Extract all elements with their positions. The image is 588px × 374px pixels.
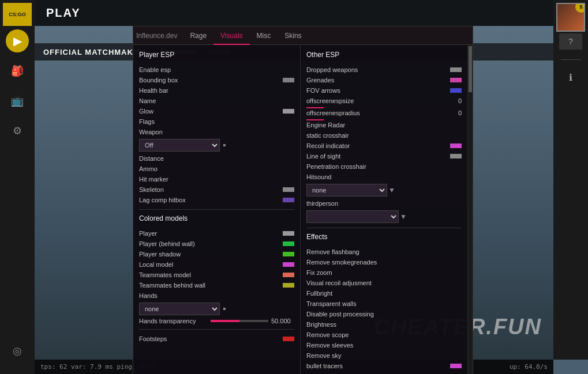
scroll-thumb[interactable] [469, 46, 472, 92]
setting-weapon: Weapon [139, 127, 294, 137]
tab-rage[interactable]: Rage [183, 27, 214, 45]
hands-label: Hands [139, 292, 294, 299]
engine-radar-label: Engine Radar [306, 122, 462, 129]
setting-disable-post-processing: Disable post processing [306, 309, 462, 319]
thirdperson-dropdown-row: ▼ [306, 210, 462, 223]
offscreen-radius-underline [306, 119, 324, 120]
sidebar-play-button[interactable]: ▶ [6, 29, 29, 52]
section-divider-3 [306, 228, 462, 228]
player-behind-wall-color[interactable] [283, 241, 294, 246]
setting-hit-marker: Hit marker [139, 175, 294, 184]
status-right: up: 64.0/s [510, 363, 548, 371]
name-label: Name [139, 97, 294, 104]
brightness-label: Brightness [306, 321, 462, 328]
player-shadow-color[interactable] [283, 252, 294, 256]
skeleton-color[interactable] [283, 187, 294, 192]
question-button[interactable]: ? [559, 33, 582, 50]
teammates-model-color[interactable] [283, 273, 294, 277]
sidebar-settings-icon[interactable]: ⚙ [6, 119, 29, 142]
setting-remove-sky: Remove sky [306, 351, 462, 360]
cheat-site-label: Infleunce.dev [136, 32, 177, 40]
tab-visuals[interactable]: Visuals [214, 27, 249, 45]
sidebar-tv-icon[interactable]: 📺 [6, 89, 29, 112]
cheat-tabs: Infleunce.dev Rage Visuals Misc Skins [133, 27, 473, 45]
fov-arrows-label: FOV arrows [306, 87, 448, 94]
sidebar-inventory-icon[interactable]: 🎒 [6, 59, 29, 82]
offscreen-size-label: offscreenespsize [306, 97, 458, 104]
local-model-color[interactable] [283, 262, 294, 267]
hitsound-dropdown[interactable]: none [306, 184, 387, 197]
dropped-weapons-color[interactable] [450, 67, 462, 72]
weapon-dropdown-color[interactable]: ▪ [223, 140, 226, 150]
bounding-box-color[interactable] [283, 78, 294, 82]
avatar-area: 5 ? [553, 0, 588, 52]
flags-label: Flags [139, 118, 294, 125]
weapon-label: Weapon [139, 129, 294, 135]
hands-transparency-value: 50.000 [271, 318, 294, 324]
setting-glow: Glow [139, 107, 294, 116]
colored-models-title: Colored models [139, 214, 294, 224]
sidebar-separator [561, 59, 581, 60]
disable-post-processing-label: Disable post processing [306, 311, 462, 318]
player-shadow-label: Player shadow [139, 251, 280, 258]
bounding-box-label: Bounding box [139, 77, 280, 84]
info-icon[interactable]: ℹ [559, 66, 582, 89]
setting-thirdperson: thirdperson [306, 199, 462, 208]
weapon-dropdown[interactable]: Off [139, 139, 220, 152]
penetration-crosshair-label: Penetration crosshair [306, 163, 462, 170]
remove-sky-label: Remove sky [306, 352, 462, 359]
teammates-behind-wall-label: Teammates behind wall [139, 282, 280, 289]
glow-label: Glow [139, 108, 280, 115]
health-bar-label: Health bar [139, 87, 294, 94]
recoil-indicator-color[interactable] [450, 143, 462, 148]
hands-transparency-slider[interactable] [211, 320, 268, 322]
setting-fullbright: Fullbright [306, 289, 462, 298]
line-of-sight-color[interactable] [450, 154, 462, 158]
tab-misc[interactable]: Misc [250, 27, 278, 45]
fullbright-label: Fullbright [306, 290, 462, 297]
setting-offscreen-radius: offscreenespradius 0 [306, 108, 462, 118]
rank-badge: 5 [575, 3, 585, 13]
lag-comp-color[interactable] [283, 198, 294, 202]
section-divider-1 [139, 209, 294, 210]
avatar: 5 [556, 3, 585, 32]
teammates-behind-wall-color[interactable] [283, 283, 294, 288]
footsteps-label: Footsteps [139, 335, 280, 342]
bullet-tracers-color[interactable] [450, 364, 462, 368]
setting-remove-sleeves: Remove sleeves [306, 341, 462, 350]
player-behind-wall-label: Player (behind wall) [139, 240, 280, 247]
bullet-tracers-label: bullet tracers [306, 362, 448, 369]
teammates-model-label: Teammates model [139, 271, 280, 278]
hands-dropdown-row: none ▪ [139, 303, 294, 315]
remove-flashbang-label: Remove flashbang [306, 248, 462, 255]
player-color[interactable] [283, 231, 294, 236]
grenades-color[interactable] [450, 78, 462, 82]
setting-hitsound: Hitsound [306, 172, 462, 182]
offscreen-size-underline [306, 107, 324, 108]
setting-local-model: Local model [139, 260, 294, 269]
setting-remove-scope: Remove scope [306, 330, 462, 339]
setting-recoil-indicator: Recoil indicator [306, 141, 462, 150]
setting-teammates-model: Teammates model [139, 270, 294, 279]
footsteps-color[interactable] [283, 337, 294, 341]
scroll-bar[interactable] [468, 45, 473, 374]
setting-player-shadow: Player shadow [139, 250, 294, 259]
skeleton-label: Skeleton [139, 186, 280, 193]
hitsound-dropdown-row: none ▼ [306, 184, 462, 197]
grenades-label: Grenades [306, 77, 448, 84]
distance-label: Distance [139, 155, 294, 162]
offscreen-size-value: 0 [458, 97, 462, 104]
thirdperson-dropdown-arrow: ▼ [400, 213, 407, 221]
setting-teammates-behind-wall: Teammates behind wall [139, 281, 294, 290]
transparent-walls-label: Transparent walls [306, 300, 462, 307]
sidebar-target-icon[interactable]: ◎ [6, 339, 29, 362]
tab-skins[interactable]: Skins [278, 27, 308, 45]
hands-dropdown[interactable]: none [139, 303, 220, 315]
player-esp-title: Player ESP [139, 51, 294, 61]
setting-bullet-tracers: bullet tracers [306, 361, 462, 371]
thirdperson-dropdown[interactable] [306, 210, 399, 223]
setting-ammo: Ammo [139, 164, 294, 173]
glow-color[interactable] [283, 109, 294, 114]
enable-esp-label: Enable esp [139, 66, 294, 73]
fov-arrows-color[interactable] [450, 88, 462, 93]
